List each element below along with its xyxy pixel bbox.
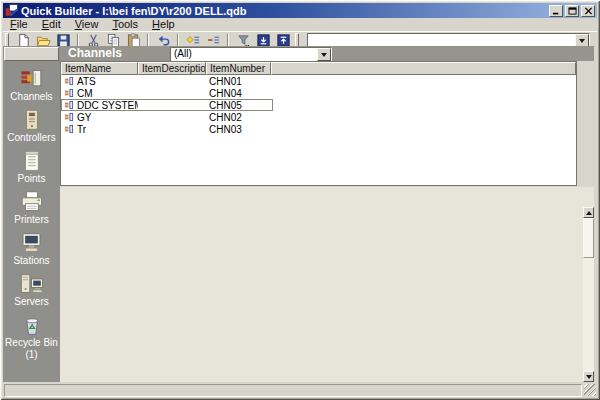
vertical-scrollbar[interactable] bbox=[583, 207, 594, 382]
column-header-itemdescription[interactable]: ItemDescription bbox=[138, 62, 206, 75]
cell-itemnumber: CHN01 bbox=[206, 76, 271, 87]
cell-itemnumber: CHN04 bbox=[206, 88, 271, 99]
channels-list: ItemNameItemDescriptionItemNumber ATSCHN… bbox=[60, 61, 577, 186]
item-name-text: ATS bbox=[77, 76, 96, 87]
sidebar-item-controllers[interactable]: Controllers bbox=[3, 109, 60, 143]
filter-combobox[interactable]: (All) bbox=[170, 47, 332, 62]
column-header-itemname[interactable]: ItemName bbox=[61, 62, 138, 75]
quick-builder-icon bbox=[5, 4, 18, 17]
sidebar-item-label: Channels bbox=[10, 91, 52, 102]
cell-itemname: ATS bbox=[61, 76, 138, 87]
cell-itemnumber: CHN02 bbox=[206, 112, 271, 123]
resize-grip[interactable] bbox=[584, 384, 596, 396]
sidebar-item-recycle-bin[interactable]: Recycle Bin(1) bbox=[3, 314, 60, 360]
item-name-text: GY bbox=[77, 112, 91, 123]
detail-pane bbox=[60, 187, 594, 382]
points-icon bbox=[18, 150, 45, 172]
sidebar-item-label: Recycle Bin bbox=[5, 337, 58, 348]
sidebar-item-count: (1) bbox=[25, 349, 37, 360]
channel-item-icon bbox=[64, 124, 74, 134]
cell-itemname: GY bbox=[61, 112, 138, 123]
column-header-filler bbox=[271, 62, 576, 75]
table-header-row: ItemNameItemDescriptionItemNumber bbox=[61, 62, 576, 75]
minimize-icon bbox=[552, 7, 561, 15]
chevron-down-icon[interactable] bbox=[317, 48, 331, 61]
menu-edit[interactable]: Edit bbox=[35, 18, 68, 31]
scroll-up-arrow-icon[interactable] bbox=[583, 207, 594, 218]
sidebar-header-strip bbox=[4, 47, 59, 61]
cell-itemnumber: CHN03 bbox=[206, 124, 271, 135]
channel-item-icon bbox=[64, 100, 74, 110]
menu-view[interactable]: View bbox=[68, 18, 106, 31]
maximize-icon bbox=[568, 7, 577, 15]
channel-item-icon bbox=[64, 76, 74, 86]
status-text bbox=[4, 384, 582, 397]
sidebar-item-channels[interactable]: Channels bbox=[3, 68, 60, 102]
cell-itemname: DDC SYSTEM bbox=[61, 100, 138, 111]
menu-file[interactable]: File bbox=[3, 18, 35, 31]
item-name-text: DDC SYSTEM bbox=[77, 100, 138, 111]
table-row[interactable]: ATSCHN01 bbox=[61, 75, 576, 87]
minimize-button[interactable] bbox=[549, 5, 563, 17]
table-row[interactable]: TrCHN03 bbox=[61, 123, 576, 135]
recycle-bin-icon bbox=[18, 314, 45, 336]
printers-icon bbox=[18, 191, 45, 213]
table-body: ATSCHN01CMCHN04DDC SYSTEMCHN05GYCHN02TrC… bbox=[61, 75, 576, 135]
menu-bar: FileEditViewToolsHelp bbox=[3, 18, 597, 31]
sidebar-item-points[interactable]: Points bbox=[3, 150, 60, 184]
item-name-text: CM bbox=[77, 88, 93, 99]
menu-help[interactable]: Help bbox=[145, 18, 182, 31]
sidebar-item-label: Controllers bbox=[7, 132, 55, 143]
title-bar: Quick Builder - I:\bei fen\DY\r200 DELL.… bbox=[3, 3, 597, 18]
close-icon bbox=[584, 7, 593, 15]
channels-icon bbox=[18, 68, 45, 90]
stations-icon bbox=[18, 232, 45, 254]
filter-combobox-value: (All) bbox=[174, 48, 192, 59]
channels-header-bar: Channels (All) bbox=[60, 46, 594, 61]
menu-tools[interactable]: Tools bbox=[105, 18, 145, 31]
scrollbar-thumb[interactable] bbox=[583, 218, 594, 258]
sidebar-item-servers[interactable]: Servers bbox=[3, 273, 60, 307]
table-row[interactable]: GYCHN02 bbox=[61, 111, 576, 123]
maximize-button[interactable] bbox=[565, 5, 579, 17]
channel-item-icon bbox=[64, 88, 74, 98]
channel-item-icon bbox=[64, 112, 74, 122]
scroll-down-arrow-icon[interactable] bbox=[583, 371, 594, 382]
status-bar bbox=[3, 383, 597, 397]
window-controls bbox=[549, 5, 595, 17]
cell-itemname: CM bbox=[61, 88, 138, 99]
window-title: Quick Builder - I:\bei fen\DY\r200 DELL.… bbox=[21, 5, 247, 17]
cell-itemnumber: CHN05 bbox=[206, 100, 271, 111]
controllers-icon bbox=[18, 109, 45, 131]
column-header-itemnumber[interactable]: ItemNumber bbox=[206, 62, 271, 75]
sidebar-item-label: Points bbox=[18, 173, 46, 184]
sidebar-item-stations[interactable]: Stations bbox=[3, 232, 60, 266]
sidebar-item-label: Printers bbox=[14, 214, 48, 225]
servers-icon bbox=[18, 273, 45, 295]
sidebar-item-label: Stations bbox=[13, 255, 49, 266]
table-row[interactable]: DDC SYSTEMCHN05 bbox=[61, 99, 576, 111]
sidebar-item-printers[interactable]: Printers bbox=[3, 191, 60, 225]
item-name-text: Tr bbox=[77, 124, 86, 135]
cell-itemname: Tr bbox=[61, 124, 138, 135]
sidebar: ChannelsControllersPointsPrintersStation… bbox=[3, 46, 60, 382]
table-row[interactable]: CMCHN04 bbox=[61, 87, 576, 99]
sidebar-item-label: Servers bbox=[14, 296, 48, 307]
close-button[interactable] bbox=[581, 5, 595, 17]
